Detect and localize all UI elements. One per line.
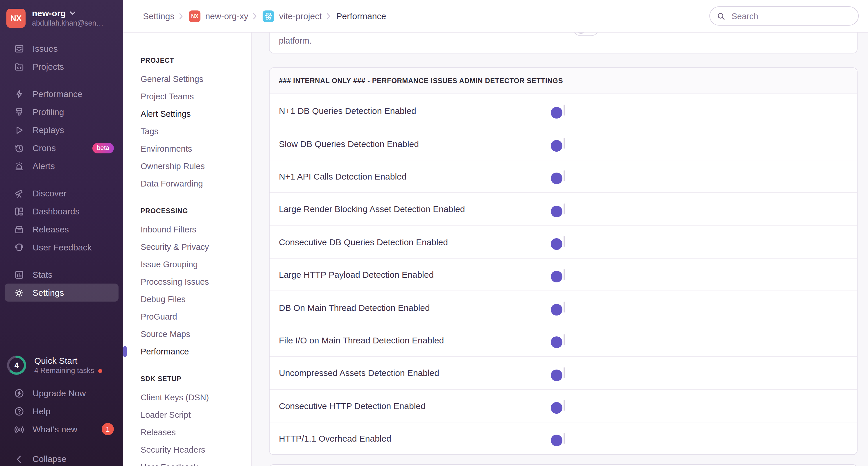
settings-icon xyxy=(14,287,24,298)
settings-nav-item-security-headers[interactable]: Security Headers xyxy=(141,441,251,459)
settings-nav-item-tags[interactable]: Tags xyxy=(141,123,251,140)
clipped-toggle[interactable] xyxy=(573,33,599,36)
sidebar-item-label: Settings xyxy=(33,288,64,298)
settings-nav-item-alert-settings[interactable]: Alert Settings xyxy=(141,105,251,123)
settings-nav-item-debug-files[interactable]: Debug Files xyxy=(141,290,251,308)
settings-nav-item-data-forwarding[interactable]: Data Forwarding xyxy=(141,175,251,192)
breadcrumb-item-vite-project[interactable]: vite-project xyxy=(263,10,331,22)
issues-icon xyxy=(14,43,24,54)
settings-nav: PROJECT General Settings Project Teams A… xyxy=(123,33,252,466)
sidebar-footer-item-help[interactable]: Help xyxy=(5,402,119,420)
setting-row-large-render-blocking-asset: Large Render Blocking Asset Detection En… xyxy=(270,192,857,225)
org-switcher[interactable]: NX new-org abdullah.khan@sen… xyxy=(0,0,123,34)
toggle-switch[interactable] xyxy=(563,269,564,280)
settings-nav-item-label: ProGuard xyxy=(141,312,177,321)
org-name: new-org xyxy=(32,7,66,19)
search-icon xyxy=(717,11,725,21)
sidebar-item-label: Projects xyxy=(33,62,64,71)
settings-nav-item-security-privacy[interactable]: Security & Privacy xyxy=(141,238,251,256)
sidebar-item-label: Stats xyxy=(33,270,52,279)
settings-nav-item-proguard[interactable]: ProGuard xyxy=(141,308,251,325)
setting-label: Uncompressed Assets Detection Enabled xyxy=(279,368,554,378)
dashboards-icon xyxy=(14,206,24,216)
toggle-switch[interactable] xyxy=(563,302,564,313)
org-avatar: NX xyxy=(6,8,26,28)
search-box[interactable] xyxy=(709,6,859,26)
quick-start-title: Quick Start xyxy=(34,355,102,366)
sidebar-footer-item-whats-new[interactable]: What's new 1 xyxy=(5,420,119,438)
sidebar-item-projects[interactable]: Projects xyxy=(5,58,119,75)
breadcrumb-label: new-org-xy xyxy=(205,11,248,21)
breadcrumb-item-settings[interactable]: Settings xyxy=(143,11,183,21)
org-sidebar: NX new-org abdullah.khan@sen… Issues xyxy=(0,0,123,466)
setting-row-large-http-payload: Large HTTP Payload Detection Enabled xyxy=(270,258,857,291)
sidebar-menu: Issues Projects Performance Profiling xyxy=(0,34,123,302)
settings-nav-item-loader-script[interactable]: Loader Script xyxy=(141,406,251,424)
settings-nav-item-label: Loader Script xyxy=(141,410,191,420)
settings-nav-item-processing-issues[interactable]: Processing Issues xyxy=(141,273,251,290)
settings-nav-item-performance[interactable]: Performance xyxy=(141,343,251,360)
user-feedback-icon xyxy=(14,242,24,252)
sidebar-item-label: Alerts xyxy=(33,161,55,171)
setting-label: N+1 DB Queries Detection Enabled xyxy=(279,105,554,115)
sidebar-item-label: Crons xyxy=(33,143,56,153)
setting-label: File I/O on Main Thread Detection Enable… xyxy=(279,335,554,345)
sidebar-item-label: Issues xyxy=(33,43,58,54)
settings-nav-item-label: Environments xyxy=(141,144,192,153)
settings-nav-item-label: Security & Privacy xyxy=(141,242,209,252)
org-meta: new-org abdullah.khan@sen… xyxy=(32,7,103,28)
settings-nav-item-label: Source Maps xyxy=(141,330,190,339)
notification-badge: 1 xyxy=(102,423,114,435)
settings-nav-item-user-feedback[interactable]: User Feedback xyxy=(141,459,251,466)
settings-nav-item-label: Client Keys (DSN) xyxy=(141,393,209,402)
quick-start-panel[interactable]: 4 Quick Start 4 Remaining tasks xyxy=(0,353,123,384)
sidebar-item-crons[interactable]: Crons beta xyxy=(5,139,119,157)
breadcrumb-separator-icon xyxy=(253,12,257,20)
settings-nav-item-label: Debug Files xyxy=(141,294,186,304)
sidebar-item-user-feedback[interactable]: User Feedback xyxy=(5,238,119,256)
toggle-switch[interactable] xyxy=(563,170,564,182)
search-input[interactable] xyxy=(730,11,851,21)
settings-nav-item-issue-grouping[interactable]: Issue Grouping xyxy=(141,256,251,273)
sidebar-item-label: Performance xyxy=(33,89,83,99)
sidebar-item-performance[interactable]: Performance xyxy=(5,85,119,103)
toggle-switch[interactable] xyxy=(563,433,564,444)
toggle-switch[interactable] xyxy=(563,400,564,411)
profiling-icon xyxy=(14,106,24,117)
settings-nav-item-environments[interactable]: Environments xyxy=(141,140,251,157)
toggle-switch[interactable] xyxy=(563,138,564,149)
settings-nav-item-label: Alert Settings xyxy=(141,109,191,119)
sidebar-item-alerts[interactable]: Alerts xyxy=(5,157,119,175)
setting-label: Consecutive DB Queries Detection Enabled xyxy=(279,237,554,247)
settings-nav-item-inbound-filters[interactable]: Inbound Filters xyxy=(141,221,251,238)
breadcrumb-item-new-org-xy[interactable]: NX new-org-xy xyxy=(189,10,257,22)
sidebar-item-releases[interactable]: Releases xyxy=(5,220,119,238)
sidebar-item-issues[interactable]: Issues xyxy=(5,39,119,58)
settings-nav-item-client-keys-dsn[interactable]: Client Keys (DSN) xyxy=(141,389,251,406)
sidebar-item-dashboards[interactable]: Dashboards xyxy=(5,202,119,220)
toggle-switch[interactable] xyxy=(563,367,564,378)
sidebar-item-profiling[interactable]: Profiling xyxy=(5,103,119,121)
settings-nav-item-general-settings[interactable]: General Settings xyxy=(141,70,251,88)
toggle-switch[interactable] xyxy=(563,204,564,214)
toggle-switch[interactable] xyxy=(563,236,564,247)
quick-start-subtitle: 4 Remaining tasks xyxy=(34,366,94,376)
settings-nav-item-releases[interactable]: Releases xyxy=(141,424,251,441)
setting-label: N+1 API Calls Detection Enabled xyxy=(279,172,554,181)
sidebar-item-replays[interactable]: Replays xyxy=(5,121,119,139)
toggle-switch[interactable] xyxy=(563,104,564,116)
setting-row-consecutive-http: Consecutive HTTP Detection Enabled xyxy=(270,389,857,422)
upgrade-icon xyxy=(14,388,24,398)
sidebar-item-discover[interactable]: Discover xyxy=(5,184,119,202)
settings-nav-item-ownership-rules[interactable]: Ownership Rules xyxy=(141,157,251,175)
setting-label: HTTP/1.1 Overhead Enabled xyxy=(279,433,554,443)
settings-nav-item-label: Performance xyxy=(141,347,189,356)
sidebar-item-stats[interactable]: Stats xyxy=(5,266,119,284)
breadcrumb-separator-icon xyxy=(327,12,331,20)
sidebar-footer-item-upgrade-now[interactable]: Upgrade Now xyxy=(5,384,119,402)
toggle-switch[interactable] xyxy=(563,334,564,345)
sidebar-item-settings[interactable]: Settings xyxy=(5,284,119,302)
settings-nav-item-source-maps[interactable]: Source Maps xyxy=(141,325,251,343)
sidebar-item-collapse[interactable]: Collapse xyxy=(5,450,119,466)
settings-nav-item-project-teams[interactable]: Project Teams xyxy=(141,88,251,105)
